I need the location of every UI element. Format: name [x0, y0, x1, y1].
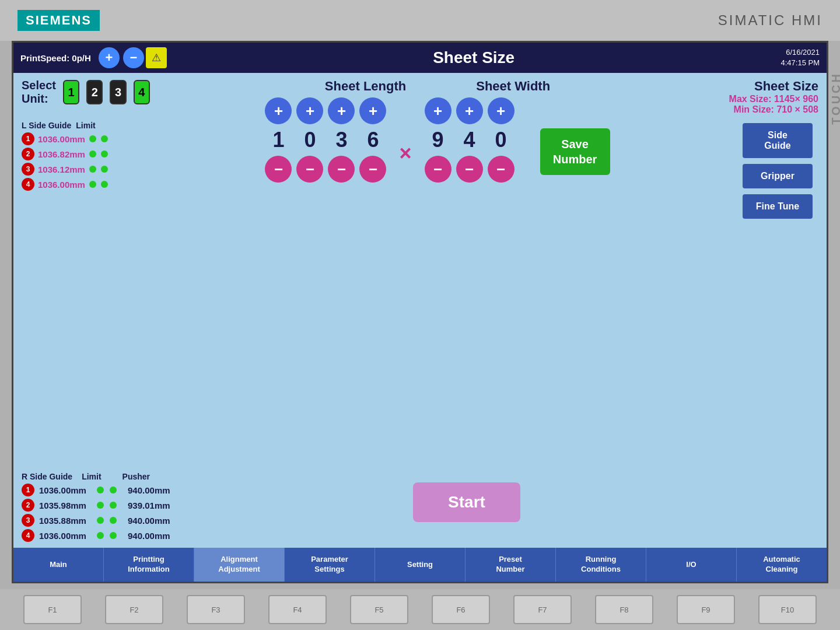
hmi-top-bar: SIEMENS SIMATIC HMI — [0, 0, 840, 41]
nav-preset[interactable]: PresetNumber — [466, 548, 556, 582]
r-pusher-val-1: 940.00mm — [128, 485, 174, 495]
width-plus-2[interactable]: + — [456, 97, 483, 124]
header-warning-button[interactable]: ⚠ — [146, 47, 167, 68]
l-guide-section: L Side Guide Limit 1 1036.00mm 2 1036.82… — [22, 121, 150, 193]
r-dot-1a — [97, 487, 104, 494]
r-pusher-val-4: 940.00mm — [128, 531, 174, 541]
gripper-button[interactable]: Gripper — [743, 164, 813, 188]
length-minus-4[interactable]: − — [359, 156, 386, 183]
fn-f7[interactable]: F7 — [513, 595, 572, 624]
r-guide-num-2: 2 — [22, 499, 34, 512]
hmi-frame: SIEMENS SIMATIC HMI TOUCH PrintSpeed: 0p… — [0, 0, 840, 630]
length-plus-1[interactable]: + — [265, 97, 292, 124]
width-minus-2[interactable]: − — [456, 156, 483, 183]
width-plus-1[interactable]: + — [425, 97, 452, 124]
l-limit-header: Limit — [76, 121, 95, 130]
controls-row: + 1 − + 0 − + 3 — [265, 97, 610, 183]
l-guide-num-2: 2 — [22, 148, 34, 160]
r-dot-3b — [110, 517, 117, 524]
fn-f10[interactable]: F10 — [758, 595, 817, 624]
nav-parameter[interactable]: ParameterSettings — [285, 548, 375, 582]
r-guide-row-4: 4 1036.00mm 940.00mm — [22, 529, 208, 542]
width-plus-3[interactable]: + — [488, 97, 514, 124]
nav-printting[interactable]: PrinttingInformation — [104, 548, 194, 582]
content-main: Select Unit: 1 2 3 4 L Side Guide Limit — [13, 73, 827, 582]
fn-f2[interactable]: F2 — [105, 595, 163, 624]
fn-f8[interactable]: F8 — [595, 595, 653, 624]
header-time: 4:47:15 PM — [781, 58, 820, 68]
nav-alignment[interactable]: AlignmentAdjustment — [194, 548, 285, 582]
width-minus-3[interactable]: − — [488, 156, 514, 183]
start-button[interactable]: Start — [413, 482, 520, 522]
l-guide-row-4: 4 1036.00mm — [22, 178, 150, 191]
unit-btn-1[interactable]: 1 — [63, 80, 79, 104]
right-column: Sheet Size Max Size: 1145× 960 Min Size:… — [725, 79, 818, 472]
page-title: Sheet Size — [167, 48, 781, 67]
r-pusher-val-2: 939.01mm — [128, 501, 174, 510]
r-pusher-header: Pusher — [123, 472, 150, 481]
l-guide-row-3: 3 1036.12mm — [22, 163, 150, 176]
r-guide-val-3: 1035.88mm — [39, 516, 92, 526]
nav-io[interactable]: I/O — [646, 548, 737, 582]
r-guide-row-2: 2 1035.98mm 939.01mm — [22, 499, 208, 512]
r-guide-row-1: 1 1036.00mm 940.00mm — [22, 484, 208, 496]
max-value: 1145× 960 — [774, 94, 818, 104]
sheet-size-min: Min Size: 710 × 508 — [729, 104, 818, 115]
fn-f3[interactable]: F3 — [187, 595, 245, 624]
header-datetime: 6/16/2021 4:47:15 PM — [781, 47, 820, 68]
nav-main[interactable]: Main — [13, 548, 104, 582]
r-guide-val-1: 1036.00mm — [39, 485, 92, 495]
dot-green-3a — [89, 166, 96, 173]
header-minus-button[interactable]: − — [123, 47, 144, 68]
r-dot-3a — [97, 517, 104, 524]
r-dot-1b — [110, 487, 117, 494]
siemens-logo: SIEMENS — [18, 10, 100, 31]
fn-f6[interactable]: F6 — [432, 595, 490, 624]
r-limit-header: Limit — [82, 472, 101, 481]
fn-f5[interactable]: F5 — [350, 595, 408, 624]
length-minus-3[interactable]: − — [328, 156, 355, 183]
l-guide-val-2: 1036.82mm — [38, 149, 85, 159]
length-digit-3: 3 — [328, 128, 355, 152]
sheet-length-digits: + 1 − + 0 − + 3 — [265, 97, 386, 183]
length-minus-2[interactable]: − — [296, 156, 323, 183]
save-number-button[interactable]: SaveNumber — [540, 128, 610, 175]
length-plus-4[interactable]: + — [359, 97, 386, 124]
unit-btn-4[interactable]: 4 — [134, 80, 150, 104]
side-guide-button[interactable]: Side Guide — [743, 123, 813, 158]
touch-label: TOUCH — [830, 72, 840, 125]
length-plus-3[interactable]: + — [328, 97, 355, 124]
width-digit-2: 4 — [456, 128, 483, 152]
sheet-length-label: Sheet Length — [325, 79, 406, 94]
fn-f9[interactable]: F9 — [677, 595, 735, 624]
r-guide-num-4: 4 — [22, 529, 34, 542]
l-guide-val-1: 1036.00mm — [38, 134, 85, 144]
l-guide-header: L Side Guide — [22, 121, 71, 130]
length-minus-1[interactable]: − — [265, 156, 292, 183]
l-guide-val-3: 1036.12mm — [38, 164, 85, 174]
nav-running[interactable]: RunningConditions — [556, 548, 646, 582]
nav-automatic-cleaning[interactable]: AutomaticCleaning — [737, 548, 827, 582]
nav-setting[interactable]: Setting — [375, 548, 466, 582]
center-controls: Sheet Length Sheet Width + 1 − — [156, 79, 719, 472]
l-guide-val-4: 1036.00mm — [38, 180, 85, 190]
sheet-size-max: Max Size: 1145× 960 — [729, 94, 818, 104]
fn-f4[interactable]: F4 — [268, 595, 327, 624]
fine-tune-button[interactable]: Fine Tune — [743, 194, 813, 219]
fn-f1[interactable]: F1 — [23, 595, 82, 624]
sheet-width-digits: + 9 − + 4 − + 0 — [425, 97, 514, 183]
digit-col-3: + 3 − — [328, 97, 355, 183]
unit-btn-2[interactable]: 2 — [86, 80, 103, 104]
digit-col-4: + 6 − — [359, 97, 386, 183]
dot-green-1b — [101, 135, 108, 142]
r-guide-num-3: 3 — [22, 514, 34, 527]
header-plus-button[interactable]: + — [99, 47, 120, 68]
unit-btn-3[interactable]: 3 — [110, 80, 126, 104]
l-guide-num-4: 4 — [22, 178, 34, 191]
width-minus-1[interactable]: − — [425, 156, 452, 183]
r-guide-headers: R Side Guide Limit Pusher — [22, 472, 208, 481]
header-date: 6/16/2021 — [781, 47, 820, 58]
l-guide-num-1: 1 — [22, 132, 34, 145]
length-plus-2[interactable]: + — [296, 97, 323, 124]
length-digit-2: 0 — [296, 128, 323, 152]
